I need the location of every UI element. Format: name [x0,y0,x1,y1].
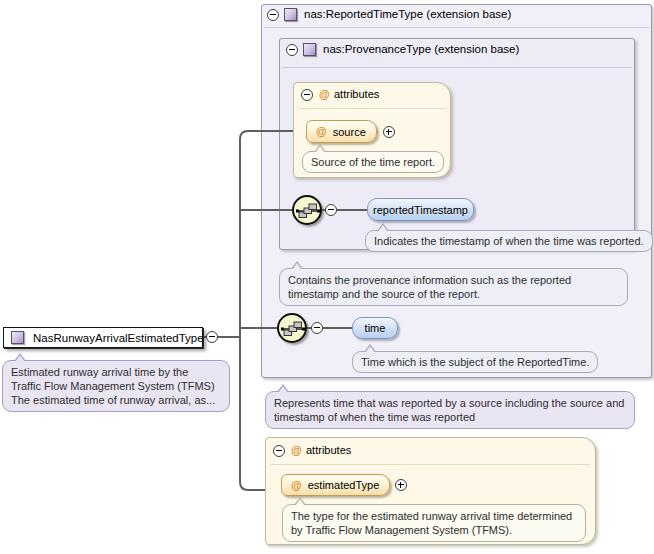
schema-diagram: nas:ReportedTimeType (extension base) na… [0,0,654,554]
root-doc-tooltip: Estimated runway arrival time by the Tra… [2,360,230,412]
root-element-box[interactable]: NasRunwayArrivalEstimatedType [3,327,203,348]
complex-type-icon [303,43,316,56]
element-name: reportedTimestamp [373,204,468,216]
attribute-name: estimatedType [308,479,380,491]
at-icon: @ [291,480,302,491]
header-separator [270,464,590,465]
collapse-toggle-attributes[interactable] [273,445,285,457]
header-separator [298,108,446,109]
estimated-type-doc-tooltip: The type for the estimated runway arriva… [282,504,586,542]
element-time[interactable]: time [352,317,398,339]
estimated-attributes-box: @ attributes @ estimatedType The type fo… [265,437,596,545]
collapse-toggle-time[interactable] [311,322,323,334]
sequence-icon[interactable] [277,313,307,343]
attribute-name: source [333,126,366,138]
provenance-type-title: nas:ProvenanceType (extension base) [323,43,519,55]
root-element-label: NasRunwayArrivalEstimatedType [33,332,204,344]
header-separator [264,27,649,28]
time-doc-tooltip: Time which is the subject of the Reporte… [352,351,598,373]
attributes-header-label: attributes [334,88,379,100]
reported-timestamp-doc-tooltip: Indicates the timestamp of when the time… [365,230,653,252]
collapse-toggle-root[interactable] [206,331,218,343]
at-icon: @ [319,89,330,100]
collapse-toggle-attributes[interactable] [301,89,313,101]
expand-toggle-source[interactable] [383,126,395,138]
collapse-toggle-reported-timestamp[interactable] [325,204,337,216]
attribute-estimated-type[interactable]: @ estimatedType [281,474,390,496]
complex-type-icon [284,8,297,21]
at-icon: @ [291,445,302,456]
element-reported-timestamp[interactable]: reportedTimestamp [367,198,474,221]
complex-type-icon [11,331,24,344]
provenance-attributes-box: @ attributes @ source Source of the time… [293,82,451,178]
expand-toggle-estimated-type[interactable] [395,479,407,491]
attributes-header-label: attributes [306,444,351,456]
reported-time-doc-tooltip: Represents time that was reported by a s… [265,391,635,429]
collapse-toggle-reported-time-type[interactable] [267,9,279,21]
element-name: time [365,322,386,334]
reported-time-type-title: nas:ReportedTimeType (extension base) [304,8,511,20]
sequence-icon[interactable] [292,195,322,225]
at-icon: @ [316,126,327,137]
source-doc-tooltip: Source of the time report. [302,151,444,173]
attribute-source[interactable]: @ source [306,120,377,143]
header-separator [282,67,632,68]
collapse-toggle-provenance-type[interactable] [286,44,298,56]
provenance-doc-tooltip: Contains the provenance information such… [279,268,628,306]
